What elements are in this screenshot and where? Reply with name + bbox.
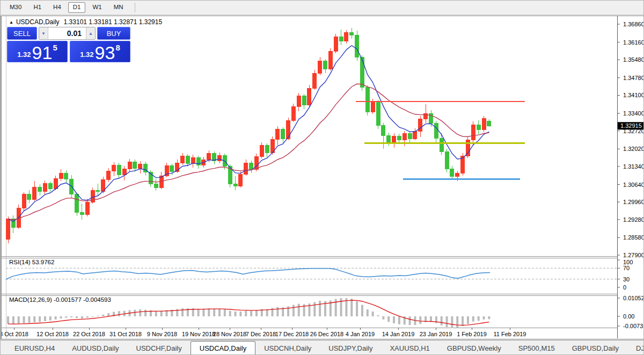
chart-tab-eurusd-h4[interactable]: EURUSD,H4 — [6, 340, 63, 355]
macd-label: MACD(12,26,9) -0.001577 -0.004593 — [9, 296, 111, 303]
one-click-trading-panel: SELL ▼ 0.01 ▲ BUY 1.32915 1.32938 — [7, 27, 130, 62]
svg-text:30: 30 — [623, 276, 630, 282]
svg-text:1.29960: 1.29960 — [623, 199, 644, 205]
bid-price-prefix: 1.32 — [17, 50, 31, 59]
svg-text:11 Feb 2019: 11 Feb 2019 — [494, 331, 526, 337]
volume-spinner: ▼ 0.01 ▲ — [39, 27, 96, 40]
chart-tab-dj30-h4[interactable]: DJ30,H4 — [627, 340, 644, 355]
chart-symbol-label: USDCAD,Daily — [16, 18, 60, 26]
sell-button[interactable]: SELL — [7, 27, 37, 40]
buy-button[interactable]: BUY — [97, 27, 130, 40]
price-axis[interactable]: 1.368601.361601.354801.347801.341001.334… — [617, 21, 644, 258]
current-price-tag: 1.32915 — [620, 122, 642, 129]
toolbar-separator — [135, 3, 135, 12]
chart-tab-usdjpy-daily[interactable]: USDJPY,Daily — [320, 340, 381, 355]
bid-price-big: 91 — [32, 45, 53, 61]
svg-text:0.010525: 0.010525 — [623, 295, 644, 301]
chart-tab-xauusd-h1[interactable]: XAUUSD,H1 — [381, 340, 438, 355]
chart-tab-sp500-m15[interactable]: SP500,M15 — [510, 340, 564, 355]
svg-text:-0.0073: -0.0073 — [623, 323, 643, 329]
svg-text:1.33400: 1.33400 — [623, 110, 644, 117]
bid-price-quote[interactable]: 1.32915 — [7, 41, 68, 62]
chart-tab-gbpusd-weekly[interactable]: GBPUSD,Weekly — [438, 340, 510, 355]
ma-slow-line — [8, 84, 489, 220]
timeframe-button-m30[interactable]: M30 — [5, 2, 26, 13]
pane-frames — [2, 16, 617, 338]
svg-text:1.36160: 1.36160 — [623, 39, 644, 46]
timeframe-button-mn[interactable]: MN — [109, 2, 128, 13]
rsi-line — [6, 269, 490, 279]
chart-title: ▲USDCAD,Daily1.33101 1.33181 1.32871 1.3… — [9, 18, 162, 26]
chart-tab-bar: EURUSD,H4AUDUSD,DailyUSDCHF,DailyUSDCAD,… — [1, 340, 644, 355]
timeframe-button-h4[interactable]: H4 — [48, 2, 66, 13]
svg-text:3 Oct 2018: 3 Oct 2018 — [2, 331, 28, 337]
svg-text:22 Oct 2018: 22 Oct 2018 — [73, 331, 105, 337]
svg-text:1.30640: 1.30640 — [623, 182, 644, 188]
chart-tab-usdcad-daily[interactable]: USDCAD,Daily — [191, 341, 255, 355]
macd-signal-line — [8, 300, 489, 325]
rsi-pane: 10070300 — [6, 259, 633, 291]
ask-price-quote[interactable]: 1.32938 — [70, 41, 130, 62]
svg-text:1.27900: 1.27900 — [623, 252, 644, 258]
svg-text:1.34100: 1.34100 — [623, 92, 644, 98]
timeframe-toolbar: M30H1H4D1W1MN — [1, 1, 644, 15]
svg-text:1.29280: 1.29280 — [623, 216, 644, 223]
one-click-collapse-icon[interactable]: ▲ — [9, 20, 13, 25]
svg-text:14 Jan 2019: 14 Jan 2019 — [382, 331, 415, 337]
timeframe-button-d1[interactable]: D1 — [68, 2, 86, 13]
svg-text:28 Nov 2018: 28 Nov 2018 — [213, 331, 246, 337]
date-axis[interactable]: 3 Oct 201812 Oct 201822 Oct 201831 Oct 2… — [2, 328, 526, 337]
chart-tab-usdchf-daily[interactable]: USDCHF,Daily — [128, 340, 191, 355]
svg-text:12 Oct 2018: 12 Oct 2018 — [36, 331, 69, 337]
svg-text:19 Nov 2018: 19 Nov 2018 — [182, 331, 215, 337]
svg-text:1 Feb 2019: 1 Feb 2019 — [457, 331, 487, 337]
chart-window[interactable]: 1.368601.361601.354801.347801.341001.334… — [1, 16, 644, 339]
svg-text:1.34780: 1.34780 — [623, 75, 644, 81]
volume-decrease-icon[interactable]: ▼ — [39, 27, 48, 39]
mt4-window: M30H1H4D1W1MN 1.368601.361601.354801.347… — [0, 0, 644, 355]
svg-text:9 Nov 2018: 9 Nov 2018 — [147, 331, 177, 337]
svg-text:1.31340: 1.31340 — [623, 163, 644, 170]
svg-text:26 Dec 2018: 26 Dec 2018 — [310, 331, 343, 337]
bid-price-pip: 5 — [53, 43, 57, 52]
svg-text:1.28580: 1.28580 — [623, 234, 644, 241]
svg-text:1.35480: 1.35480 — [623, 56, 644, 63]
svg-text:4 Jan 2019: 4 Jan 2019 — [346, 331, 375, 337]
svg-text:1.32020: 1.32020 — [623, 146, 644, 152]
svg-text:0.00: 0.00 — [623, 313, 634, 320]
svg-text:1.36860: 1.36860 — [623, 21, 644, 27]
ask-price-pip: 8 — [115, 43, 120, 52]
svg-text:70: 70 — [623, 265, 630, 271]
svg-text:0: 0 — [623, 284, 626, 291]
svg-text:23 Jan 2019: 23 Jan 2019 — [420, 331, 452, 337]
timeframe-button-w1[interactable]: W1 — [87, 2, 106, 13]
chart-tab-audusd-daily[interactable]: AUDUSD,Daily — [63, 340, 127, 355]
chart-canvas[interactable]: 1.368601.361601.354801.347801.341001.334… — [2, 16, 644, 339]
rsi-label: RSI(14) 53.9762 — [9, 259, 54, 265]
volume-input[interactable]: 0.01 — [48, 27, 86, 39]
svg-text:100: 100 — [623, 259, 633, 265]
ask-price-prefix: 1.32 — [80, 50, 93, 59]
chart-ohlc-values: 1.33101 1.33181 1.32871 1.32915 — [64, 18, 163, 26]
chart-tab-gbpusd-daily[interactable]: GBPUSD,Daily — [564, 340, 627, 355]
timeframe-button-h1[interactable]: H1 — [28, 2, 46, 13]
volume-increase-icon[interactable]: ▲ — [86, 27, 95, 39]
svg-text:31 Oct 2018: 31 Oct 2018 — [109, 331, 142, 337]
svg-text:7 Dec 2018: 7 Dec 2018 — [246, 331, 276, 337]
chart-tab-usdcnh-daily[interactable]: USDCNH,Daily — [255, 340, 320, 355]
ask-price-big: 93 — [95, 45, 115, 61]
svg-text:17 Dec 2018: 17 Dec 2018 — [275, 331, 309, 337]
